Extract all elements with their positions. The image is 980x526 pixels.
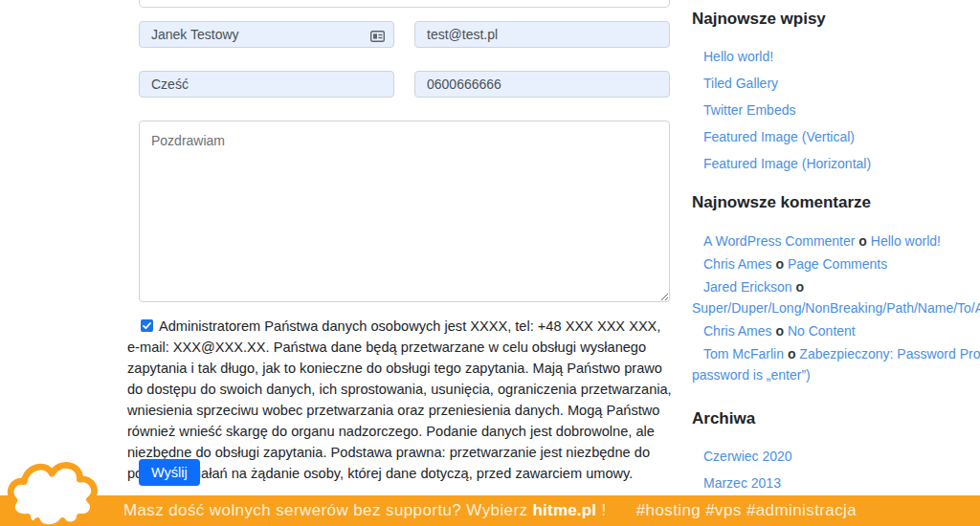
list-item: Twitter Embeds (692, 100, 980, 120)
archive-item: Czerwiec 2020 (692, 447, 980, 466)
post-link[interactable]: Featured Image (Vertical) (703, 129, 855, 144)
banner-hashtags: #hosting #vps #administracja (636, 501, 857, 519)
comment-post-link[interactable]: Page Comments (788, 256, 887, 272)
list-item: Tiled Gallery (692, 74, 980, 93)
phone-field-wrapper (414, 71, 670, 98)
comment-separator: o (792, 279, 804, 295)
banner-exclamation: ! (601, 501, 606, 519)
banner-brand: hitme.pl (533, 501, 597, 519)
comment-item: A WordPress Commenter o Hello world! (692, 230, 980, 252)
archive-item: Marzec 2013 (692, 473, 980, 493)
comment-post-link[interactable]: Super/Duper/Long/NonBreaking/Path/Name/T… (692, 300, 980, 316)
comment-author-link[interactable]: A WordPress Commenter (703, 233, 855, 249)
email-input[interactable] (415, 22, 669, 47)
comment-separator: o (784, 346, 799, 362)
subject-input[interactable] (140, 72, 393, 97)
email-field-wrapper (414, 21, 670, 48)
recent-comments-list: A WordPress Commenter o Hello world!Chri… (692, 230, 980, 385)
comment-item: Tom McFarlin o Zabezpieczony: Password P… (692, 343, 980, 385)
comment-author-link[interactable]: Chris Ames (703, 256, 772, 272)
subject-field-wrapper (139, 71, 394, 98)
list-item: Hello world! (692, 47, 980, 66)
ad-banner[interactable]: Masz dość wolnych serwerów bez supportu?… (0, 495, 980, 526)
archives-title: Archiwa (692, 409, 980, 428)
consent-paragraph: Administratorem Państwa danych osobowych… (127, 316, 675, 484)
cloud-logo (4, 451, 103, 526)
banner-text: Masz dość wolnych serwerów bez supportu?… (123, 501, 528, 519)
comment-author-link[interactable]: Chris Ames (703, 323, 772, 339)
name-field-wrapper (139, 21, 394, 48)
comment-post-link[interactable]: No Content (788, 323, 856, 339)
recent-posts-title: Najnowsze wpisy (692, 10, 980, 29)
archive-link[interactable]: Czerwiec 2020 (703, 449, 792, 464)
message-textarea[interactable]: Pozdrawiam (139, 121, 670, 302)
message-box: Pozdrawiam (139, 121, 670, 302)
post-link[interactable]: Hello world! (703, 49, 773, 64)
name-input[interactable] (140, 22, 393, 47)
recent-posts-widget: Najnowsze wpisy Hello world!Tiled Galler… (692, 10, 980, 173)
comment-author-link[interactable]: Tom McFarlin (703, 346, 784, 362)
consent-checkbox[interactable] (141, 319, 153, 332)
comment-separator: o (772, 256, 788, 272)
sidebar: Najnowsze wpisy Hello world!Tiled Galler… (692, 10, 980, 526)
recent-posts-list: Hello world!Tiled GalleryTwitter EmbedsF… (692, 47, 980, 173)
list-item: Featured Image (Vertical) (692, 127, 980, 146)
list-item: Featured Image (Horizontal) (692, 154, 980, 173)
recent-comments-title: Najnowsze komentarze (692, 193, 980, 212)
comment-separator: o (772, 323, 788, 339)
autofill-contact-card-icon[interactable] (370, 29, 385, 40)
post-link[interactable]: Twitter Embeds (703, 102, 795, 118)
post-link[interactable]: Featured Image (Horizontal) (703, 156, 871, 171)
previous-field-partial[interactable] (139, 0, 670, 8)
comment-item: Chris Ames o Page Comments (692, 253, 980, 274)
comment-author-link[interactable]: Jared Erickson (703, 279, 792, 295)
submit-button[interactable]: Wyślij (139, 459, 200, 486)
comment-item: Chris Ames o No Content (692, 320, 980, 341)
phone-input[interactable] (415, 72, 669, 97)
consent-text: Administratorem Państwa danych osobowych… (127, 318, 672, 481)
comment-post-link[interactable]: Hello world! (871, 233, 941, 249)
recent-comments-widget: Najnowsze komentarze A WordPress Comment… (692, 193, 980, 385)
post-link[interactable]: Tiled Gallery (703, 76, 778, 91)
comment-item: Jared Erickson o Super/Duper/Long/NonBre… (692, 276, 980, 318)
archive-link[interactable]: Marzec 2013 (703, 475, 781, 491)
comment-separator: o (855, 233, 870, 249)
